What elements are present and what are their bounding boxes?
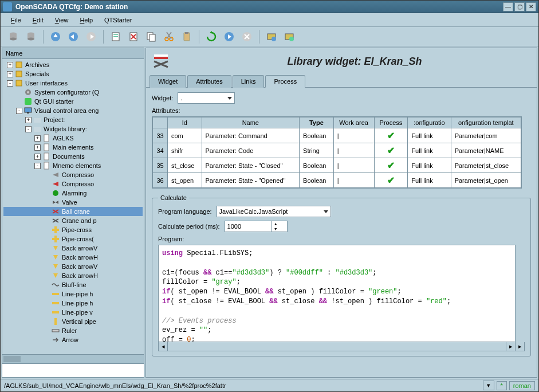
- minimize-button[interactable]: —: [503, 2, 513, 11]
- period-input[interactable]: [225, 223, 271, 230]
- tree-item[interactable]: Valve: [3, 198, 143, 207]
- tool-b-icon[interactable]: [281, 29, 297, 45]
- tree-item[interactable]: Ruler: [3, 326, 143, 335]
- col-process[interactable]: Process: [374, 117, 408, 128]
- period-spinner[interactable]: ▲ ▼: [225, 221, 288, 232]
- tree-item[interactable]: Vertical pipe: [3, 317, 143, 326]
- tree-hscrollbar[interactable]: [2, 354, 144, 363]
- collapse-icon[interactable]: -: [16, 108, 22, 114]
- tree-item[interactable]: Back arrowV: [3, 262, 143, 271]
- cell-process[interactable]: ✔: [374, 128, 408, 143]
- cell-template[interactable]: Parameter|st_open: [451, 173, 521, 188]
- nav-back-icon[interactable]: [65, 29, 81, 45]
- cell-process[interactable]: ✔: [374, 173, 408, 188]
- expand-icon[interactable]: +: [34, 154, 41, 160]
- expand-icon[interactable]: +: [25, 117, 32, 123]
- tree-item[interactable]: Alarming: [3, 189, 143, 198]
- tab-process[interactable]: Process: [265, 75, 305, 88]
- tree-item[interactable]: Back arrowH: [3, 271, 143, 280]
- cell-workarea[interactable]: |: [333, 143, 374, 158]
- item-delete-icon[interactable]: [125, 29, 141, 45]
- tree-item[interactable]: Crane and p: [3, 216, 143, 225]
- tree-item[interactable]: -Visual control area eng: [3, 106, 143, 115]
- tree-item[interactable]: Ball crane: [3, 207, 143, 216]
- cell-name[interactable]: Parameter: State - "Closed": [202, 158, 300, 173]
- expand-icon[interactable]: +: [34, 144, 41, 151]
- cell-name[interactable]: Parameter: Code: [202, 143, 300, 158]
- tree-item[interactable]: -Widgets library:: [3, 124, 143, 134]
- cut-icon[interactable]: [161, 29, 177, 45]
- tree[interactable]: +Archives+Specials-User interfacesSystem…: [2, 59, 144, 354]
- table-row[interactable]: 35st_closeParameter: State - "Closed"Boo…: [153, 158, 521, 173]
- tab-attributes[interactable]: Attributes: [187, 75, 231, 88]
- tree-item[interactable]: Pipe-cross: [3, 225, 143, 234]
- table-row[interactable]: 36st_openParameter: State - "Opened"Bool…: [153, 173, 521, 188]
- nav-forward-icon[interactable]: [83, 29, 99, 45]
- code-hscrollbar[interactable]: ◂ ▸ ▸: [158, 342, 525, 351]
- tree-item[interactable]: Back arrowH: [3, 253, 143, 262]
- cell-type[interactable]: Boolean: [300, 173, 334, 188]
- cell-id[interactable]: shifr: [168, 143, 202, 158]
- cell-type[interactable]: Boolean: [300, 128, 334, 143]
- spin-up-icon[interactable]: ▲: [272, 221, 280, 226]
- scroll-right-icon[interactable]: ▸: [506, 342, 515, 351]
- col-workarea[interactable]: Work area: [333, 117, 374, 128]
- menu-view[interactable]: View: [49, 15, 74, 25]
- db-load-icon[interactable]: [5, 29, 21, 45]
- cell-type[interactable]: Boolean: [300, 158, 334, 173]
- spin-down-icon[interactable]: ▼: [272, 226, 280, 232]
- menu-file[interactable]: File: [5, 15, 27, 25]
- tree-item[interactable]: -User interfaces: [3, 79, 143, 88]
- tree-item[interactable]: Pipe-cross(: [3, 234, 143, 244]
- cell-name[interactable]: Parameter: State - "Opened": [202, 173, 300, 188]
- col-id[interactable]: Id: [168, 117, 202, 128]
- refresh-icon[interactable]: [203, 29, 219, 45]
- tree-item[interactable]: Line-pipe h: [3, 299, 143, 308]
- cell-workarea[interactable]: |: [333, 158, 374, 173]
- status-combo[interactable]: ▾: [483, 381, 494, 390]
- cell-id[interactable]: st_open: [168, 173, 202, 188]
- scroll-left-icon[interactable]: ◂: [159, 342, 168, 351]
- cell-config[interactable]: Full link: [408, 128, 451, 143]
- tree-item[interactable]: +Documents: [3, 152, 143, 161]
- run-icon[interactable]: [221, 29, 237, 45]
- col-type[interactable]: Type: [300, 117, 334, 128]
- table-row[interactable]: 34shifrParameter: CodeString|✔Full linkP…: [153, 143, 521, 158]
- maximize-button[interactable]: ▢: [514, 2, 525, 11]
- stop-icon[interactable]: [239, 29, 255, 45]
- tree-item[interactable]: Compresso: [3, 170, 143, 179]
- expand-icon[interactable]: +: [34, 135, 41, 142]
- cell-template[interactable]: Parameter|com: [451, 128, 521, 143]
- cell-name[interactable]: Parameter: Command: [202, 128, 300, 143]
- tree-item[interactable]: +Project:: [3, 115, 143, 124]
- expand-icon[interactable]: +: [7, 62, 13, 68]
- table-row[interactable]: 33comParameter: CommandBoolean|✔Full lin…: [153, 128, 521, 143]
- cell-workarea[interactable]: |: [333, 128, 374, 143]
- tree-item[interactable]: -Mnemo elements: [3, 161, 143, 170]
- tool-a-icon[interactable]: [263, 29, 280, 45]
- tree-item[interactable]: +Archives: [3, 60, 143, 69]
- table-vscrollbar[interactable]: [522, 116, 531, 189]
- status-user[interactable]: roman: [509, 381, 535, 390]
- tree-item[interactable]: +Specials: [3, 69, 143, 79]
- item-add-icon[interactable]: [108, 29, 124, 45]
- code-vscrollbar[interactable]: [516, 245, 525, 342]
- menu-edit[interactable]: Edit: [27, 15, 49, 25]
- menu-qtstarter[interactable]: QTStarter: [99, 15, 137, 25]
- cell-config[interactable]: Full link: [408, 158, 451, 173]
- col-name[interactable]: Name: [202, 117, 300, 128]
- db-save-icon[interactable]: [23, 29, 39, 45]
- cell-template[interactable]: Parameter|st_close: [451, 158, 521, 173]
- menu-help[interactable]: Help: [74, 15, 99, 25]
- tree-item[interactable]: Line-pipe h: [3, 289, 143, 299]
- tree-item[interactable]: Qt GUI starter: [3, 97, 143, 106]
- copy-icon[interactable]: [143, 29, 159, 45]
- cell-type[interactable]: String: [300, 143, 334, 158]
- col-rownum[interactable]: [153, 117, 168, 128]
- scroll-right2-icon[interactable]: ▸: [515, 342, 524, 351]
- col-template[interactable]: onfiguration templat: [451, 117, 521, 128]
- paste-icon[interactable]: [179, 29, 195, 45]
- collapse-icon[interactable]: -: [7, 80, 13, 87]
- cell-process[interactable]: ✔: [374, 143, 408, 158]
- tree-item[interactable]: Arrow: [3, 335, 143, 344]
